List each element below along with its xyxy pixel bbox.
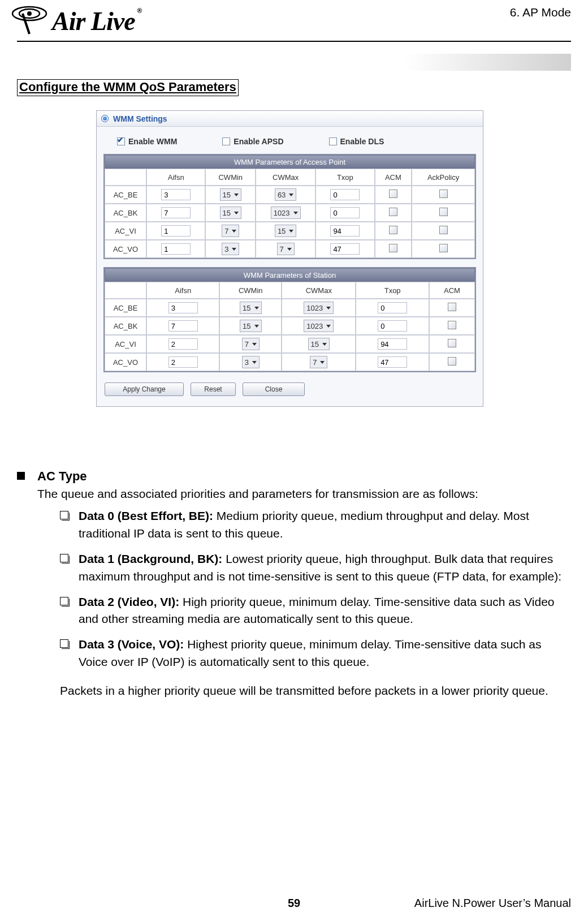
ackpolicy-checkbox[interactable] <box>439 190 448 198</box>
cwmax-select[interactable]: 7 <box>310 356 327 368</box>
enable-wmm-label: Enable WMM <box>128 137 177 146</box>
chevron-down-icon <box>232 230 236 233</box>
txop-input[interactable] <box>378 338 407 350</box>
chevron-down-icon <box>234 212 239 214</box>
cwmax-select[interactable]: 7 <box>277 243 295 255</box>
cwmin-select[interactable]: 7 <box>222 225 239 237</box>
aifsn-input[interactable] <box>168 302 198 313</box>
wmm-settings-panel: WMM Settings Enable WMM Enable APSD Enab… <box>96 110 483 407</box>
txop-input[interactable] <box>330 189 360 200</box>
cwmax-select[interactable]: 15 <box>308 338 330 350</box>
txop-input[interactable] <box>330 207 360 218</box>
row-label: AC_VI <box>105 222 146 240</box>
cwmin-select[interactable]: 3 <box>222 243 239 255</box>
cwmax-select[interactable]: 1023 <box>271 207 301 219</box>
txop-input[interactable] <box>378 356 407 368</box>
cwmin-select[interactable]: 15 <box>240 320 261 332</box>
aifsn-input[interactable] <box>161 243 191 255</box>
logo-text: Air Live <box>52 6 135 36</box>
cwmin-select[interactable]: 15 <box>220 207 241 219</box>
table-row: AC_BK 15 1023 <box>105 204 475 222</box>
logo-mark-icon <box>10 5 50 37</box>
table-row: AC_VO 3 7 <box>105 353 475 371</box>
row-label: AC_BE <box>105 299 146 317</box>
cwmax-select[interactable]: 1023 <box>304 320 334 332</box>
txop-input[interactable] <box>378 320 407 332</box>
aifsn-input[interactable] <box>168 320 198 332</box>
col-txop: Txop <box>356 282 429 299</box>
ackpolicy-checkbox[interactable] <box>439 226 448 234</box>
acm-checkbox[interactable] <box>448 357 456 365</box>
cwmax-select[interactable]: 63 <box>275 188 296 201</box>
list-item: Data 0 (Best Effort, BE): Medium priorit… <box>60 508 571 543</box>
acm-checkbox[interactable] <box>389 226 397 234</box>
checkbox-icon <box>329 137 337 145</box>
enable-apsd-label: Enable APSD <box>234 137 283 146</box>
row-label: AC_VI <box>105 335 146 353</box>
aifsn-input[interactable] <box>168 338 198 350</box>
col-blank <box>105 282 146 299</box>
acm-checkbox[interactable] <box>448 339 456 347</box>
aifsn-input[interactable] <box>161 189 191 200</box>
ackpolicy-checkbox[interactable] <box>439 244 448 252</box>
cwmin-select[interactable]: 15 <box>220 188 241 201</box>
divider <box>17 41 571 42</box>
table-row: AC_BE 15 1023 <box>105 299 475 317</box>
aifsn-input[interactable] <box>161 207 191 218</box>
col-txop: Txop <box>315 169 374 186</box>
col-acm: ACM <box>429 282 475 299</box>
cwmax-select[interactable]: 15 <box>275 225 296 237</box>
close-button[interactable]: Close <box>243 382 305 396</box>
checkbox-icon <box>117 137 125 145</box>
table-row: AC_VI 7 15 <box>105 335 475 353</box>
ap-table-caption: WMM Parameters of Access Point <box>105 155 475 169</box>
row-label: AC_BK <box>105 317 146 335</box>
chevron-down-icon <box>287 248 292 251</box>
trademark: ® <box>137 7 142 15</box>
enable-apsd-checkbox[interactable]: Enable APSD <box>222 137 283 146</box>
reset-button[interactable]: Reset <box>191 382 236 396</box>
table-row: AC_BE 15 63 <box>105 186 475 204</box>
cwmin-select[interactable]: 15 <box>240 302 261 314</box>
col-aifsn: Aifsn <box>146 282 219 299</box>
panel-bullet-icon <box>101 115 109 122</box>
col-cwmin: CWMin <box>205 169 256 186</box>
item-bold: Data 0 (Best Effort, BE): <box>79 509 213 522</box>
list-item: Data 3 (Voice, VO): Highest priority que… <box>60 636 571 671</box>
acm-checkbox[interactable] <box>448 303 456 311</box>
ackpolicy-checkbox[interactable] <box>439 208 448 216</box>
chevron-down-icon <box>289 193 293 196</box>
row-label: AC_VO <box>105 353 146 371</box>
txop-input[interactable] <box>330 225 360 236</box>
chevron-down-icon <box>322 343 327 346</box>
col-blank <box>105 169 146 186</box>
acm-checkbox[interactable] <box>389 244 397 252</box>
acm-checkbox[interactable] <box>389 208 397 216</box>
hollow-square-icon <box>60 554 68 562</box>
row-label: AC_VO <box>105 240 146 258</box>
cwmax-select[interactable]: 1023 <box>304 302 334 314</box>
acm-checkbox[interactable] <box>389 190 397 198</box>
aifsn-input[interactable] <box>161 225 191 236</box>
hollow-square-icon <box>60 639 68 648</box>
logo: Air Live ® <box>10 5 142 37</box>
manual-title: AirLive N.Power User’s Manual <box>414 897 571 910</box>
chevron-down-icon <box>232 248 236 251</box>
cwmin-select[interactable]: 7 <box>242 338 260 350</box>
txop-input[interactable] <box>378 302 407 313</box>
chevron-down-icon <box>252 343 257 346</box>
apply-change-button[interactable]: Apply Change <box>105 382 184 396</box>
cwmin-select[interactable]: 3 <box>242 356 260 368</box>
table-row: AC_VI 7 15 <box>105 222 475 240</box>
enable-dls-checkbox[interactable]: Enable DLS <box>329 137 384 146</box>
acm-checkbox[interactable] <box>448 321 456 329</box>
col-cwmax: CWMax <box>282 282 356 299</box>
chevron-down-icon <box>252 361 257 364</box>
item-bold: Data 1 (Background, BK): <box>79 552 222 565</box>
txop-input[interactable] <box>330 243 360 255</box>
aifsn-input[interactable] <box>168 356 198 368</box>
row-label: AC_BK <box>105 204 146 222</box>
col-cwmax: CWMax <box>256 169 315 186</box>
divider-fade <box>17 54 571 71</box>
enable-wmm-checkbox[interactable]: Enable WMM <box>117 137 177 146</box>
